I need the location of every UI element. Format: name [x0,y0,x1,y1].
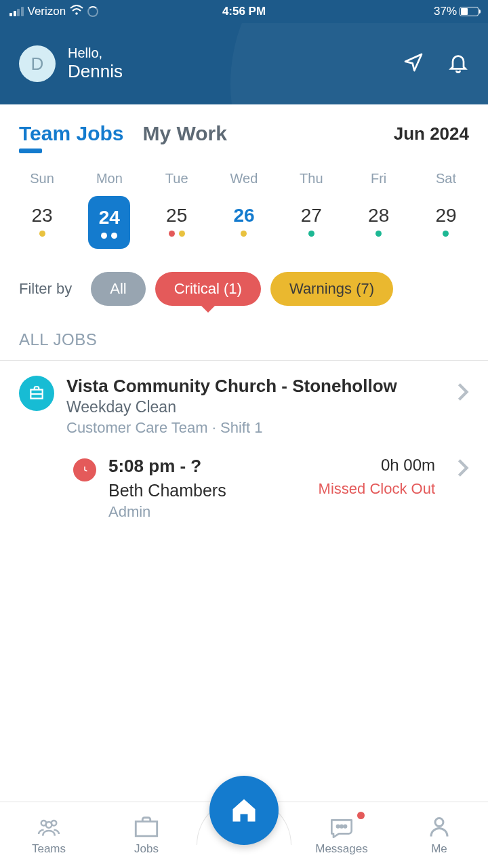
battery-icon [460,7,479,16]
job-subtitle: Weekday Clean [66,398,445,416]
svg-point-7 [344,825,346,827]
loading-spinner-icon [87,6,98,17]
greeting-label: Hello, [68,45,123,61]
nav-label: Me [431,842,447,856]
user-name: Dennis [68,61,123,82]
filter-label: Filter by [19,280,72,298]
bell-icon[interactable] [447,52,469,76]
signal-icon [9,7,24,16]
day-sat[interactable]: Sat 29 [418,171,474,249]
tab-my-work[interactable]: My Work [143,122,227,145]
shift-duration: 0h 00m [381,456,435,475]
day-wed[interactable]: Wed 26 [216,171,272,249]
month-label[interactable]: Jun 2024 [394,123,469,144]
nav-home-button[interactable] [209,776,279,845]
tabs-row: Team Jobs My Work Jun 2024 [0,104,488,151]
filter-chip-critical[interactable]: Critical (1) [155,272,261,306]
svg-point-6 [340,825,342,827]
filter-row: Filter by All Critical (1) Warnings (7) [0,265,488,322]
job-title: Vista Community Church - Stonehollow [66,376,445,397]
nav-jobs[interactable]: Jobs [98,802,195,868]
shift-person: Beth Chambers [108,481,226,500]
svg-point-5 [337,825,339,827]
day-sun[interactable]: Sun 23 [14,171,70,249]
status-bar: Verizon 4:56 PM 37% [0,0,488,23]
app-header: D Hello, Dennis [0,23,488,104]
nav-teams[interactable]: Teams [0,802,98,868]
notification-badge-icon [357,812,365,819]
svg-point-0 [75,12,78,15]
svg-point-8 [435,818,443,826]
briefcase-icon [19,376,54,411]
nav-label: Jobs [134,842,159,856]
carrier-label: Verizon [28,5,66,18]
shift-row[interactable]: 5:08 pm - ? Beth Chambers Admin 0h 00m M… [0,443,488,528]
wifi-icon [70,5,83,19]
shift-alert: Missed Clock Out [319,480,435,498]
location-icon[interactable] [403,52,424,76]
nav-messages[interactable]: Messages [293,802,390,868]
filter-chip-warnings[interactable]: Warnings (7) [270,272,393,306]
clock-time: 4:56 PM [166,5,323,18]
day-tue[interactable]: Tue 25 [148,171,205,249]
chevron-right-icon [457,458,469,521]
section-all-jobs: ALL JOBS [0,322,488,360]
job-card[interactable]: Vista Community Church - Stonehollow Wee… [0,361,488,443]
battery-percent: 37% [434,5,457,18]
job-meta: Customer Care Team · Shift 1 [66,419,445,437]
nav-label: Messages [315,842,367,856]
shift-time: 5:08 pm - ? [108,456,226,477]
tab-team-jobs[interactable]: Team Jobs [19,122,124,145]
day-mon[interactable]: Mon 24 [81,171,138,249]
filter-chip-all[interactable]: All [91,272,145,306]
shift-role: Admin [108,503,226,521]
avatar[interactable]: D [19,45,56,82]
calendar-strip: Sun 23 Mon 24 Tue 25 Wed 26 Thu 27 Fri 2… [0,151,488,265]
nav-me[interactable]: Me [390,802,488,868]
chevron-right-icon [457,382,469,404]
clock-icon [73,458,96,481]
nav-label: Teams [32,842,66,856]
day-fri[interactable]: Fri 28 [350,171,407,249]
svg-point-4 [46,821,52,827]
day-thu[interactable]: Thu 27 [283,171,340,249]
